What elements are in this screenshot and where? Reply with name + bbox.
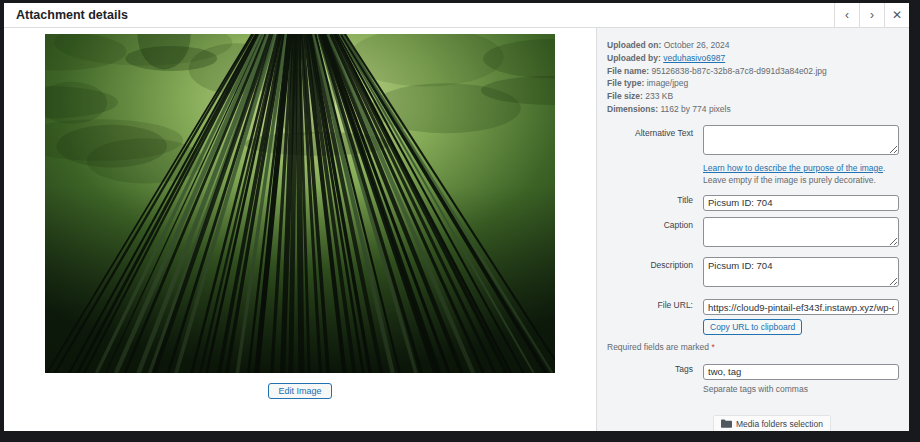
description-input[interactable]: Picsum ID: 704 — [703, 257, 899, 287]
meta-dimensions: Dimensions: 1162 by 774 pixels — [607, 103, 899, 116]
copy-url-button[interactable]: Copy URL to clipboard — [703, 319, 802, 335]
caption-input[interactable] — [703, 217, 899, 247]
bamboo-forest-photo — [45, 34, 555, 373]
media-folders-selection-button[interactable]: Media folders selection — [713, 415, 831, 431]
close-icon: ✕ — [892, 8, 902, 22]
tags-help: Separate tags with commas — [703, 383, 899, 395]
chevron-right-icon: › — [870, 8, 874, 22]
meta-file-type: File type: image/jpeg — [607, 77, 899, 90]
description-row: Description Picsum ID: 704 — [607, 257, 899, 291]
title-input[interactable] — [703, 195, 899, 211]
attachment-info-sidebar: Uploaded on: October 26, 2024 Uploaded b… — [596, 28, 909, 431]
file-url-input[interactable] — [703, 299, 899, 315]
caption-row: Caption — [607, 217, 899, 251]
previous-attachment-button[interactable]: ‹ — [834, 3, 859, 27]
alt-text-input[interactable] — [703, 125, 899, 155]
alt-text-help-link[interactable]: Learn how to describe the purpose of the… — [703, 163, 883, 173]
required-fields-note: Required fields are marked * — [607, 342, 899, 352]
meta-file-name: File name: 95126838-b87c-32b8-a7c8-d991d… — [607, 65, 899, 78]
title-label: Title — [607, 192, 703, 211]
next-attachment-button[interactable]: › — [859, 3, 884, 27]
tags-label: Tags — [607, 361, 703, 395]
required-asterisk: * — [711, 342, 714, 352]
media-preview-area: Edit Image — [4, 28, 596, 431]
caption-label: Caption — [607, 217, 703, 251]
close-modal-button[interactable]: ✕ — [884, 3, 909, 27]
edit-image-button[interactable]: Edit Image — [268, 383, 331, 399]
meta-file-size: File size: 233 KB — [607, 90, 899, 103]
meta-uploaded-on: Uploaded on: October 26, 2024 — [607, 39, 899, 52]
chevron-left-icon: ‹ — [845, 8, 849, 22]
folder-icon — [721, 419, 732, 428]
modal-header: Attachment details ‹ › ✕ — [4, 3, 909, 28]
modal-body: Edit Image Uploaded on: October 26, 2024… — [4, 28, 909, 431]
file-url-row: File URL: Copy URL to clipboard — [607, 297, 899, 336]
tags-input[interactable] — [703, 364, 899, 380]
modal-title: Attachment details — [4, 8, 834, 22]
title-row: Title — [607, 192, 899, 211]
file-url-label: File URL: — [607, 297, 703, 336]
alt-text-row: Alternative Text Learn how to describe t… — [607, 125, 899, 187]
alt-text-label: Alternative Text — [607, 125, 703, 187]
attachment-meta: Uploaded on: October 26, 2024 Uploaded b… — [607, 39, 899, 116]
tags-row: Tags Separate tags with commas — [607, 361, 899, 395]
alt-text-help: Learn how to describe the purpose of the… — [703, 162, 899, 187]
meta-uploaded-by: Uploaded by: veduhasivo6987 — [607, 52, 899, 65]
uploader-link[interactable]: veduhasivo6987 — [663, 53, 725, 63]
attachment-details-modal: Attachment details ‹ › ✕ — [4, 3, 909, 431]
description-label: Description — [607, 257, 703, 291]
